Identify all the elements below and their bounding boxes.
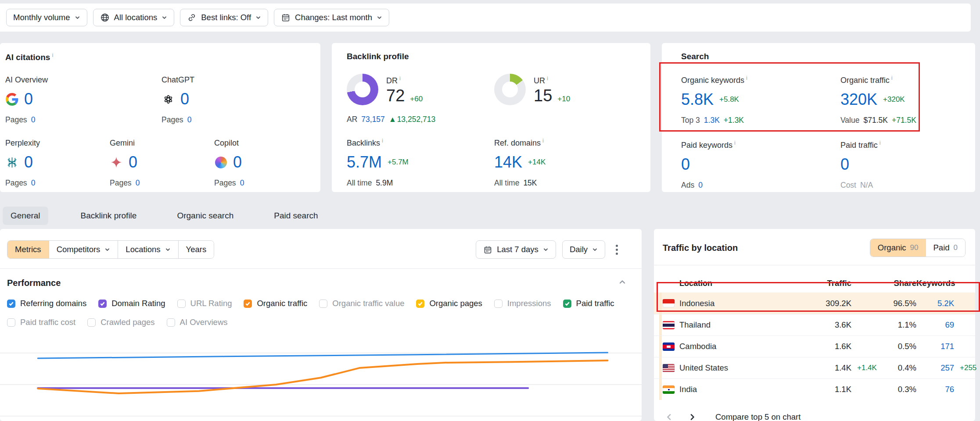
view-segmented-control: Metrics Competitors Locations Years — [7, 240, 214, 259]
compare-top5-button[interactable]: Compare top 5 on chart — [715, 412, 801, 421]
collapse-section-icon[interactable] — [618, 278, 627, 288]
ref-domains-change: +14K — [528, 158, 546, 167]
table-row-india[interactable]: India 1.1K 0.3% 76 — [654, 378, 975, 400]
pages-value[interactable]: 0 — [187, 115, 192, 125]
ads-value[interactable]: 0 — [698, 181, 703, 190]
pages-value[interactable]: 0 — [136, 178, 140, 188]
previous-page-icon[interactable] — [664, 411, 675, 421]
pages-value[interactable]: 0 — [31, 115, 36, 125]
value-amount: $71.5K — [863, 116, 887, 125]
ref-domains-label: Ref. domainsi — [494, 137, 642, 148]
info-icon: i — [547, 75, 548, 82]
toggle-paid[interactable]: Paid 0 — [926, 239, 966, 257]
tab-paid-search[interactable]: Paid search — [266, 207, 326, 225]
segment-competitors[interactable]: Competitors — [49, 241, 118, 258]
info-icon: i — [399, 75, 401, 82]
tab-backlink-profile[interactable]: Backlink profile — [73, 207, 145, 225]
metric-checkbox-crawled-pages[interactable]: Crawled pages — [87, 318, 154, 327]
metric-checkbox-domain-rating[interactable]: Domain Rating — [98, 299, 165, 308]
monthly-volume-dropdown[interactable]: Monthly volume — [6, 9, 87, 26]
metric-checkbox-impressions[interactable]: Impressions — [494, 299, 551, 308]
domain-rating-stat: DRi 72 +60 AR 73,157 ▲ 13,252,713 — [347, 74, 494, 124]
info-icon: i — [52, 52, 53, 58]
metric-checkbox-organic-traffic-value[interactable]: Organic traffic value — [319, 299, 404, 308]
next-page-icon[interactable] — [686, 411, 698, 421]
table-row-united-states[interactable]: United States 1.4K +1.4K 0.4% 257 +255 — [654, 357, 975, 378]
indonesia-flag-icon — [663, 299, 675, 307]
dr-label: DRi — [386, 75, 423, 86]
tab-general[interactable]: General — [3, 207, 48, 225]
top-filter-toolbar: Monthly volume All locations Best links:… — [0, 4, 971, 32]
copilot-label: Copilot — [214, 139, 319, 148]
overview-performance-panel: Metrics Competitors Locations Years Last… — [0, 229, 642, 421]
tab-organic-search[interactable]: Organic search — [169, 207, 241, 225]
pages-value[interactable]: 0 — [240, 178, 244, 188]
all-time-value: 15K — [523, 178, 537, 188]
col-traffic: Traffic — [772, 278, 851, 288]
granularity-dropdown[interactable]: Daily — [562, 240, 605, 259]
organic-keywords-value[interactable]: 5.8K — [681, 92, 714, 107]
paid-keywords-label: Paid keywordsi — [681, 139, 840, 150]
segment-locations[interactable]: Locations — [118, 241, 178, 258]
metric-checkbox-paid-traffic-cost[interactable]: Paid traffic cost — [7, 318, 75, 327]
gemini-stat: Gemini 0 Pages0 — [110, 139, 214, 188]
link-icon — [187, 13, 197, 22]
copilot-value[interactable]: 0 — [233, 154, 242, 170]
best-links-label: Best links: Off — [201, 13, 251, 22]
metric-checkbox-url-rating[interactable]: URL Rating — [177, 299, 232, 308]
organic-traffic-change: +320K — [883, 95, 905, 104]
date-range-label: Last 7 days — [497, 245, 538, 254]
ar-value[interactable]: 73,157 — [361, 115, 385, 124]
ai-overview-value[interactable]: 0 — [24, 91, 33, 107]
locations-dropdown[interactable]: All locations — [93, 9, 175, 26]
organic-paid-toggle: Organic 90 Paid 0 — [870, 239, 966, 257]
organic-keywords-label: Organic keywordsi — [681, 75, 840, 85]
metric-checkbox-organic-traffic[interactable]: Organic traffic — [244, 299, 307, 308]
more-options-icon[interactable] — [611, 242, 622, 257]
organic-traffic-value[interactable]: 320K — [840, 92, 877, 107]
thailand-flag-icon — [663, 321, 675, 329]
gemini-value[interactable]: 0 — [129, 154, 137, 170]
copilot-stat: Copilot 0 Pages0 — [214, 139, 319, 188]
monthly-volume-label: Monthly volume — [13, 13, 70, 22]
ar-change: ▲ 13,252,713 — [389, 115, 435, 124]
chevron-down-icon — [543, 247, 549, 253]
report-tabs: General Backlink profile Organic search … — [3, 205, 326, 226]
dr-donut-chart — [347, 74, 378, 105]
ai-citations-row-2: Perplexity 0 Pages0 Gemini — [5, 139, 320, 188]
pages-label: Pages — [110, 178, 132, 188]
info-icon: i — [891, 75, 893, 81]
changes-dropdown[interactable]: Changes: Last month — [274, 9, 389, 26]
best-links-dropdown[interactable]: Best links: Off — [180, 9, 268, 26]
segment-years[interactable]: Years — [178, 241, 214, 258]
table-row-cambodia[interactable]: Cambodia 1.6K 0.5% 171 — [654, 335, 975, 357]
table-row-indonesia[interactable]: Indonesia 309.2K 96.5% 5.2K — [654, 293, 975, 314]
globe-icon — [100, 13, 110, 22]
date-range-dropdown[interactable]: Last 7 days — [476, 240, 556, 259]
locations-label: All locations — [114, 13, 158, 22]
table-row-thailand[interactable]: Thailand 3.6K 1.1% 69 — [654, 314, 975, 335]
metric-checkbox-paid-traffic[interactable]: Paid traffic — [563, 299, 614, 308]
metric-checkbox-referring-domains[interactable]: Referring domains — [7, 299, 86, 308]
metric-checkbox-organic-pages[interactable]: Organic pages — [416, 299, 482, 308]
value-label: Value — [840, 116, 859, 125]
changes-label: Changes: Last month — [295, 13, 372, 22]
pages-value[interactable]: 0 — [31, 178, 36, 188]
backlinks-value[interactable]: 5.7M — [347, 154, 382, 170]
perplexity-value[interactable]: 0 — [24, 154, 33, 170]
toggle-organic[interactable]: Organic 90 — [870, 239, 926, 257]
paid-traffic-label: Paid traffici — [840, 139, 881, 150]
segment-metrics[interactable]: Metrics — [7, 241, 49, 258]
dr-change: +60 — [410, 95, 423, 103]
paid-keywords-value[interactable]: 0 — [681, 157, 690, 172]
checkbox-icon — [177, 300, 186, 308]
perplexity-stat: Perplexity 0 Pages0 — [5, 139, 110, 188]
ref-domains-value[interactable]: 14K — [494, 154, 522, 170]
chatgpt-value[interactable]: 0 — [180, 91, 189, 107]
search-title: Search — [681, 52, 975, 61]
top3-value[interactable]: 1.3K — [704, 116, 720, 125]
url-rating-stat: URi 15 +10 — [494, 74, 642, 124]
metric-checkbox-ai-overviews[interactable]: AI Overviews — [167, 318, 228, 327]
info-icon: i — [734, 139, 736, 146]
paid-traffic-value[interactable]: 0 — [840, 157, 849, 172]
